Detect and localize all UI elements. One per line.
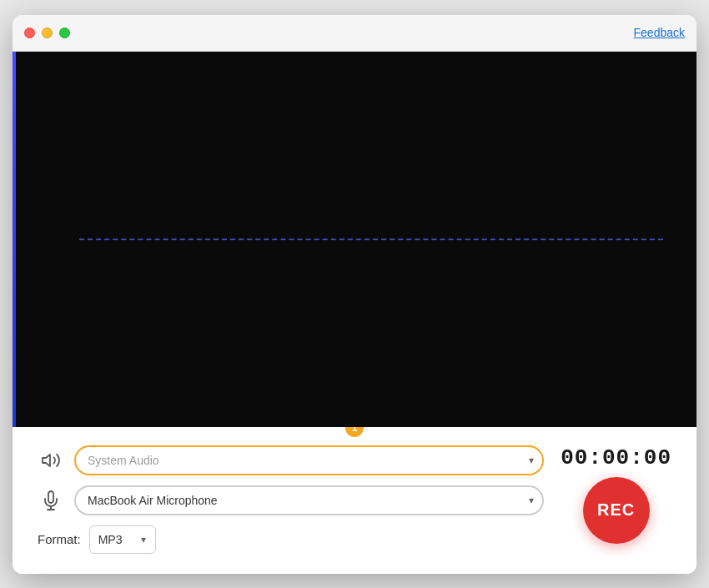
microphone-select[interactable]: MacBook Air Microphone No Microphone Ext… bbox=[74, 485, 544, 515]
format-dropdown-wrapper: MP3 AAC WAV FLAC ▾ bbox=[89, 525, 156, 554]
format-label: Format: bbox=[38, 532, 81, 546]
mic-dropdown-wrapper: MacBook Air Microphone No Microphone Ext… bbox=[74, 485, 544, 515]
format-select[interactable]: MP3 AAC WAV FLAC bbox=[89, 525, 156, 554]
mic-icon-area bbox=[38, 490, 64, 510]
titlebar: Feedback bbox=[13, 15, 696, 52]
traffic-lights bbox=[24, 28, 70, 38]
waveform-display bbox=[79, 239, 663, 240]
svg-marker-0 bbox=[43, 455, 50, 466]
rec-button[interactable]: REC bbox=[583, 477, 650, 544]
feedback-link[interactable]: Feedback bbox=[634, 26, 685, 39]
maximize-button[interactable] bbox=[59, 28, 70, 38]
microphone-icon bbox=[41, 490, 61, 510]
rec-label: REC bbox=[597, 500, 635, 520]
audio-source-select[interactable]: System Audio BlackHole 2ch No Audio bbox=[74, 445, 544, 475]
speaker-icon bbox=[41, 450, 61, 470]
controls-area: 1 System Audio Bla bbox=[13, 427, 696, 574]
left-accent-bar bbox=[13, 52, 16, 427]
app-window: Feedback 1 bbox=[13, 15, 696, 574]
selectors-column: System Audio BlackHole 2ch No Audio ▾ bbox=[38, 445, 544, 554]
audio-selector-row: System Audio BlackHole 2ch No Audio ▾ bbox=[38, 445, 544, 475]
audio-dropdown-wrapper: System Audio BlackHole 2ch No Audio ▾ bbox=[74, 445, 544, 475]
timer-display: 00:00:00 bbox=[561, 445, 671, 470]
minimize-button[interactable] bbox=[42, 28, 53, 38]
close-button[interactable] bbox=[24, 28, 35, 38]
format-row: Format: MP3 AAC WAV FLAC ▾ bbox=[38, 525, 544, 554]
speaker-icon-area bbox=[38, 450, 64, 470]
rec-column: 00:00:00 REC bbox=[544, 445, 671, 544]
video-area bbox=[13, 52, 696, 427]
mic-selector-row: MacBook Air Microphone No Microphone Ext… bbox=[38, 485, 544, 515]
controls-inner: System Audio BlackHole 2ch No Audio ▾ bbox=[38, 445, 671, 554]
